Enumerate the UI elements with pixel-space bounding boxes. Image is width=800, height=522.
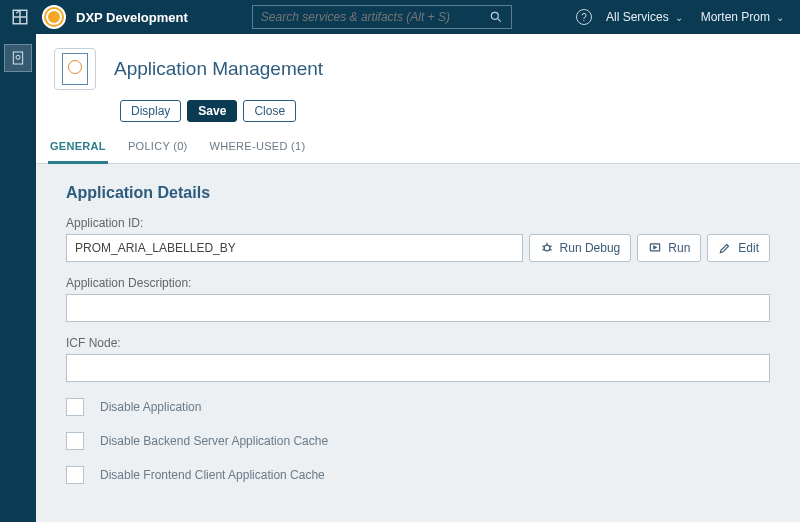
tab-general[interactable]: GENERAL <box>48 132 108 164</box>
app-id-label: Application ID: <box>66 216 770 230</box>
svg-line-10 <box>549 249 551 250</box>
chevron-down-icon: ⌄ <box>675 12 683 23</box>
search-icon <box>489 10 503 24</box>
run-debug-button[interactable]: Run Debug <box>529 234 632 262</box>
edit-button[interactable]: Edit <box>707 234 770 262</box>
svg-point-5 <box>544 245 550 251</box>
app-launcher-icon[interactable] <box>8 5 32 29</box>
avatar[interactable] <box>42 5 66 29</box>
tab-policy[interactable]: POLICY (0) <box>126 132 190 163</box>
edit-icon <box>718 241 732 255</box>
all-services-menu[interactable]: All Services ⌄ <box>602 10 687 24</box>
disable-app-label: Disable Application <box>100 400 201 414</box>
user-menu[interactable]: Morten Prom ⌄ <box>697 10 788 24</box>
chevron-down-icon: ⌄ <box>776 12 784 23</box>
search-input[interactable] <box>261 10 481 24</box>
svg-line-2 <box>497 18 500 21</box>
icf-node-label: ICF Node: <box>66 336 770 350</box>
app-id-input[interactable] <box>66 234 523 262</box>
tab-content: Application Details Application ID: Run … <box>36 164 800 522</box>
svg-rect-3 <box>13 52 22 64</box>
display-button[interactable]: Display <box>120 100 181 122</box>
tab-where-used[interactable]: WHERE-USED (1) <box>208 132 308 163</box>
svg-point-4 <box>16 55 20 59</box>
sidebar-item-app[interactable] <box>4 44 32 72</box>
close-button[interactable]: Close <box>243 100 296 122</box>
svg-line-7 <box>542 246 544 247</box>
app-tile-icon <box>54 48 96 90</box>
app-desc-label: Application Description: <box>66 276 770 290</box>
icf-node-input[interactable] <box>66 354 770 382</box>
page-title: Application Management <box>114 58 323 80</box>
bug-icon <box>540 241 554 255</box>
main-area: Application Management Display Save Clos… <box>36 34 800 522</box>
disable-frontend-label: Disable Frontend Client Application Cach… <box>100 468 325 482</box>
help-icon[interactable]: ? <box>576 9 592 25</box>
brand-title: DXP Development <box>76 10 188 25</box>
app-desc-input[interactable] <box>66 294 770 322</box>
disable-app-checkbox[interactable] <box>66 398 84 416</box>
disable-backend-label: Disable Backend Server Application Cache <box>100 434 328 448</box>
save-button[interactable]: Save <box>187 100 237 122</box>
run-icon <box>648 241 662 255</box>
svg-point-1 <box>491 12 498 19</box>
left-sidebar <box>0 34 36 522</box>
top-bar: DXP Development ? All Services ⌄ Morten … <box>0 0 800 34</box>
svg-line-8 <box>549 246 551 247</box>
disable-frontend-checkbox[interactable] <box>66 466 84 484</box>
global-search[interactable] <box>252 5 512 29</box>
section-title: Application Details <box>66 184 770 202</box>
tabs: GENERAL POLICY (0) WHERE-USED (1) <box>36 132 800 164</box>
disable-backend-checkbox[interactable] <box>66 432 84 450</box>
svg-line-9 <box>542 249 544 250</box>
run-button[interactable]: Run <box>637 234 701 262</box>
